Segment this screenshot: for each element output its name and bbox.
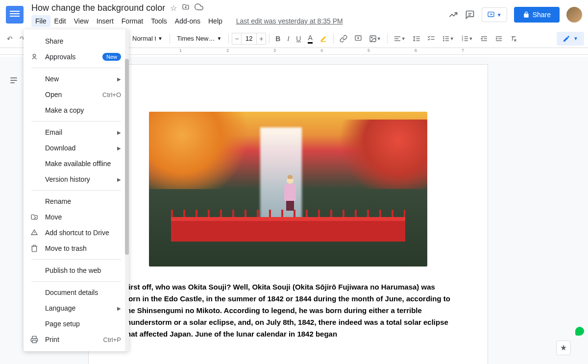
submenu-arrow-icon: ▶	[117, 76, 121, 82]
clear-formatting-button[interactable]	[507, 33, 520, 45]
font-size-decrease[interactable]: −	[232, 33, 242, 45]
checklist-button[interactable]	[424, 33, 438, 45]
drive-shortcut-icon	[29, 229, 39, 237]
font-size-input[interactable]	[242, 33, 256, 45]
insert-link-button[interactable]	[337, 33, 350, 45]
line-spacing-button[interactable]	[410, 33, 423, 45]
document-body-text[interactable]: First off, who was Okita Souji? Well, Ok…	[124, 281, 452, 340]
menu-view[interactable]: View	[70, 15, 93, 27]
menu-offline[interactable]: Make available offline	[24, 156, 129, 171]
menu-language[interactable]: Language▶	[24, 300, 129, 316]
menu-print[interactable]: PrintCtrl+P	[24, 332, 129, 347]
approvals-icon	[29, 53, 39, 61]
svg-point-21	[443, 40, 443, 41]
menu-addons[interactable]: Add-ons	[171, 15, 204, 27]
activity-icon[interactable]	[448, 10, 458, 20]
menu-new[interactable]: New▶	[24, 71, 129, 87]
align-button[interactable]: ▼	[391, 33, 409, 45]
comments-icon[interactable]	[465, 10, 475, 20]
insert-image-button[interactable]: ▼	[366, 33, 384, 45]
chat-support-icon[interactable]	[575, 327, 584, 336]
document-page[interactable]: First off, who was Okita Souji? Well, Ok…	[88, 64, 488, 364]
print-icon	[29, 336, 39, 343]
svg-rect-40	[32, 340, 36, 342]
font-size-increase[interactable]: +	[256, 33, 266, 45]
submenu-arrow-icon: ▶	[117, 146, 121, 151]
docs-logo[interactable]	[6, 6, 24, 24]
svg-text:3: 3	[462, 39, 463, 42]
menu-file[interactable]: File	[31, 15, 50, 27]
menu-publish[interactable]: Publish to the web	[24, 263, 129, 278]
svg-point-38	[33, 54, 35, 57]
menubar: File Edit View Insert Format Tools Add-o…	[31, 15, 448, 27]
share-button[interactable]: Share	[514, 7, 560, 23]
undo-button[interactable]: ↶	[4, 33, 16, 45]
bulleted-list-button[interactable]: ▼	[439, 33, 457, 45]
menu-approvals[interactable]: Approvals New	[24, 49, 129, 65]
menu-share[interactable]: Share	[24, 33, 129, 49]
trash-icon	[29, 244, 39, 252]
outline-toggle-icon[interactable]	[9, 75, 19, 87]
menu-document-details[interactable]: Document details	[24, 285, 129, 300]
editing-mode-button[interactable]: ▼	[557, 32, 584, 46]
submenu-arrow-icon: ▶	[117, 306, 121, 311]
document-title[interactable]: How change the background color	[31, 3, 165, 13]
menu-email[interactable]: Email▶	[24, 124, 129, 140]
menu-move[interactable]: Move	[24, 209, 129, 225]
increase-indent-button[interactable]	[492, 33, 506, 45]
font-select[interactable]: Times New… ▼	[173, 33, 225, 44]
svg-point-19	[443, 38, 443, 39]
decrease-indent-button[interactable]	[477, 33, 491, 45]
text-color-button[interactable]: A	[305, 32, 315, 46]
menu-format[interactable]: Format	[118, 15, 147, 27]
numbered-list-button[interactable]: 123 ▼	[458, 33, 476, 45]
svg-rect-2	[488, 12, 494, 17]
add-comment-button[interactable]	[351, 33, 365, 45]
last-edit-link[interactable]: Last edit was yesterday at 8:35 PM	[236, 17, 343, 25]
menu-open[interactable]: OpenCtrl+O	[24, 87, 129, 102]
highlight-button[interactable]	[317, 33, 330, 45]
submenu-arrow-icon: ▶	[117, 177, 121, 182]
menu-page-setup[interactable]: Page setup	[24, 316, 129, 332]
star-icon[interactable]: ☆	[170, 3, 177, 13]
menu-edit[interactable]: Edit	[50, 15, 70, 27]
menu-download[interactable]: Download▶	[24, 140, 129, 156]
submenu-arrow-icon: ▶	[117, 130, 121, 135]
svg-point-17	[443, 36, 443, 37]
menu-make-copy[interactable]: Make a copy	[24, 102, 129, 118]
user-avatar[interactable]	[566, 7, 582, 23]
new-badge: New	[102, 53, 121, 61]
menu-rename[interactable]: Rename	[24, 194, 129, 209]
menu-add-shortcut[interactable]: Add shortcut to Drive	[24, 225, 129, 241]
menu-help[interactable]: Help	[204, 15, 226, 27]
file-menu-dropdown: Share Approvals New New▶ OpenCtrl+O Make…	[24, 29, 129, 351]
move-icon	[29, 213, 39, 221]
menu-version-history[interactable]: Version history▶	[24, 171, 129, 187]
move-folder-icon[interactable]	[182, 3, 190, 13]
svg-point-7	[371, 37, 372, 38]
document-image[interactable]	[149, 112, 427, 267]
bold-button[interactable]: B	[272, 33, 283, 45]
present-button[interactable]: ▼	[482, 7, 507, 22]
menu-insert[interactable]: Insert	[93, 15, 118, 27]
menu-trash[interactable]: Move to trash	[24, 241, 129, 256]
menu-tools[interactable]: Tools	[147, 15, 171, 27]
italic-button[interactable]: I	[284, 33, 292, 45]
explore-button[interactable]	[556, 340, 571, 355]
paragraph-style-select[interactable]: Normal text ▼	[128, 33, 167, 44]
underline-button[interactable]: U	[293, 33, 304, 45]
cloud-status-icon[interactable]	[195, 2, 203, 13]
